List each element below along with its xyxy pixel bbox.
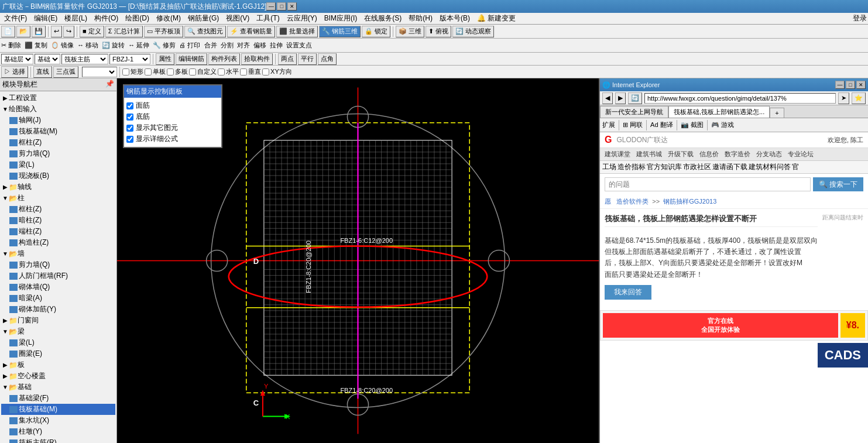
tree-item-beam[interactable]: 梁(L) [1,159,115,170]
nav-upgrade[interactable]: 升级下载 [665,149,696,159]
tree-item-masonry[interactable]: 砌体墙(Q) [1,281,115,293]
nav-branch[interactable]: 分支动态 [754,149,784,159]
network-btn[interactable]: ⊞ 网联 [623,121,643,129]
breadcrumb-subcategory[interactable]: 钢筋抽样GGJ2013 [663,198,716,205]
flattop-btn[interactable]: ▭ 平齐板顶 [144,26,183,37]
back-btn[interactable]: ◀ [602,92,613,104]
browser-tab-nav[interactable]: 新一代安全上网导航 [600,106,668,118]
select-btn[interactable]: ▷ 选择 [1,66,28,78]
tree-folder-wall[interactable]: ▼ 📂 墙 [1,248,115,259]
property-btn[interactable]: 属性 [156,53,174,65]
tree-item-hidden-beam[interactable]: 暗梁(A) [1,293,115,304]
parallel-btn[interactable]: 平行 [298,53,317,65]
minimize-button[interactable]: — [266,2,276,11]
two-point-btn[interactable]: 两点 [278,53,297,65]
batch-select-btn[interactable]: ⬛ 批量选择 [276,26,318,37]
browser-search-input[interactable] [605,177,811,191]
tree-folder-hollow[interactable]: ▶ 📁 空心楼盖 [1,370,115,382]
tree-item-raft-main-rebar[interactable]: 筏板主筋(R) [1,437,115,443]
tree-item-frame-col[interactable]: 框柱(Z) [1,137,115,148]
tree-item-sump[interactable]: 集水坑(X) [1,415,115,426]
tree-item-struct-col[interactable]: 构造柱(Z) [1,237,115,248]
panel-pin[interactable]: 📌 [105,80,114,90]
sigma-btn[interactable]: Σ 汇总计算 [105,26,143,37]
line-btn[interactable]: 直线 [33,66,52,78]
rect-check[interactable] [122,68,129,75]
nav-digital-cost[interactable]: 数字造价 [722,149,753,159]
tree-item-raft[interactable]: 筏板基础(M) [1,126,115,137]
menu-component[interactable]: 构件(O) [91,13,121,24]
menu-online[interactable]: 在线服务(S) [361,13,404,24]
expand-btn[interactable]: 扩展 [602,121,615,129]
nav-official[interactable]: 官 [792,162,799,172]
show-elements-check[interactable] [126,125,133,132]
tree-item-shear-wall[interactable]: 剪力墙(Q) [1,148,115,159]
go-btn[interactable]: ➤ [838,92,849,104]
menu-version[interactable]: 版本号(B) [437,13,473,24]
save-btn[interactable]: 💾 [32,26,46,37]
add-favorite-btn[interactable]: ⭐ [852,92,866,104]
tree-item-masonry-rebar[interactable]: 砌体加筋(Y) [1,304,115,315]
nav-forum[interactable]: 专业论坛 [785,149,816,159]
tree-item-dcol[interactable]: 端柱(Z) [1,226,115,237]
forward-btn[interactable]: ▶ [615,92,626,104]
component-list-btn[interactable]: 构件列表 [208,53,240,65]
view-rebar-btn[interactable]: ⚡ 查看钢筋量 [227,26,275,37]
xy-check[interactable] [262,68,269,75]
redo-btn[interactable]: ↪ [63,26,74,37]
nav-cost-index[interactable]: 造价指标 [617,162,646,172]
menu-file[interactable]: 文件(F) [1,13,30,24]
type-select[interactable]: 筏板主筋 [61,54,108,64]
component-select[interactable]: FBZJ-1 [109,54,150,64]
3d-btn[interactable]: 📦 三维 [396,26,424,37]
tree-folder-col[interactable]: ▼ 📂 柱 [1,193,115,204]
open-btn[interactable]: 📂 [16,26,30,37]
maximize-button[interactable]: □ [277,2,286,11]
custom-check[interactable] [189,68,196,75]
nav-factory[interactable]: 工场 [602,162,616,172]
section-project-settings[interactable]: ▶ 工程设置 [1,92,115,104]
browser-tab-new[interactable]: + [770,108,784,118]
breadcrumb-home[interactable]: 愿 [605,198,611,205]
tree-item-beam2[interactable]: 梁(L) [1,337,115,348]
tree-item-civildef[interactable]: 人防门框墙(RF) [1,270,115,281]
define-btn[interactable]: ■ 定义 [80,26,104,37]
browser-maximize[interactable]: □ [846,81,855,89]
section-draw-input[interactable]: ▼ 绘图输入 [1,104,115,115]
vertical-check[interactable] [240,68,247,75]
tree-folder-foundation[interactable]: ▼ 📂 基础 [1,382,115,393]
answer-button[interactable]: 我来回答 [605,285,651,300]
tree-item-axis[interactable]: 轴网(J) [1,115,115,126]
tree-item-raft-found[interactable]: 筏板基础(M) [1,404,115,415]
pick-component-btn[interactable]: 拾取构件 [241,53,273,65]
undo-btn[interactable]: ↩ [51,26,62,37]
lock-btn[interactable]: 🔒 锁定 [362,26,390,37]
menu-bim[interactable]: BIM应用(I) [321,13,361,24]
menu-new-change[interactable]: 🔔 新建变更 [474,13,519,24]
menu-help[interactable]: 帮助(H) [406,13,435,24]
menu-floor[interactable]: 楼层(L) [61,13,90,24]
multi-board-check[interactable] [167,68,174,75]
shape-select[interactable] [82,67,117,77]
tree-item-sw2[interactable]: 剪力墙(Q) [1,259,115,270]
screenshot-btn[interactable]: 📷 截图 [681,121,704,129]
nav-building-class[interactable]: 建筑课堂 [602,149,633,159]
menu-view[interactable]: 视图(V) [223,13,252,24]
single-board-check[interactable] [145,68,152,75]
tree-item-kcol[interactable]: 框柱(Z) [1,204,115,215]
tree-item-col-pier[interactable]: 柱墩(Y) [1,426,115,437]
refresh-btn[interactable]: 🔄 [628,92,642,104]
tree-folder-slab[interactable]: ▶ 📁 板 [1,359,115,370]
tree-item-slab[interactable]: 现浇板(B) [1,170,115,181]
edit-rebar-btn[interactable]: 编辑钢筋 [176,53,207,65]
menu-edit[interactable]: 编辑(E) [31,13,60,24]
layer-select[interactable]: 基础 [35,54,60,64]
horizontal-check[interactable] [218,68,225,75]
browser-minimize[interactable]: — [835,81,845,89]
menu-tools[interactable]: 工具(T) [253,13,282,24]
tree-item-foundation-beam[interactable]: 基础梁(F) [1,393,115,404]
nav-knowledge[interactable]: 官方知识库 [647,162,682,172]
tree-folder-door[interactable]: ▶ 📁 门窗间 [1,315,115,326]
translate-btn[interactable]: Ad 翻译 [650,121,673,129]
point-angle-btn[interactable]: 点角 [318,53,337,65]
